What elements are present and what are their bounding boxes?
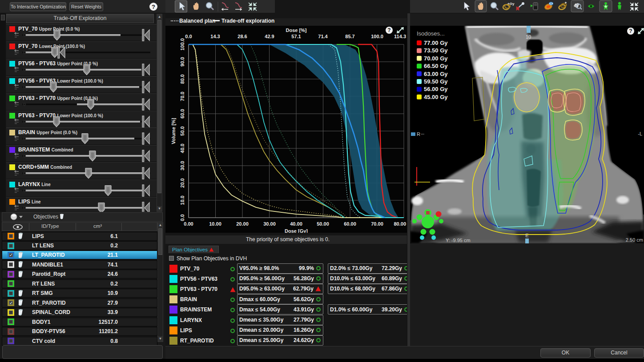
svg-text:77.00 Gy: 77.00 Gy xyxy=(424,40,448,46)
svg-text:Volume [%]: Volume [%] xyxy=(171,118,176,144)
svg-text:56.00 Gy: 56.00 Gy xyxy=(424,86,448,92)
svg-text:90.0: 90.0 xyxy=(180,57,185,66)
svg-text:30.00: 30.00 xyxy=(263,221,276,227)
svg-text:30.0: 30.0 xyxy=(180,161,185,170)
svg-text:60.0: 60.0 xyxy=(180,109,185,118)
svg-text:14.3: 14.3 xyxy=(210,34,220,39)
svg-text:85.7: 85.7 xyxy=(345,34,354,39)
svg-text:?: ? xyxy=(152,4,155,10)
svg-text:Objectives: Objectives xyxy=(33,214,58,220)
svg-text:70.0: 70.0 xyxy=(180,91,185,101)
svg-text:73.50 Gy: 73.50 Gy xyxy=(424,47,448,54)
svg-text:E: E xyxy=(525,233,528,238)
svg-text:?: ? xyxy=(387,27,390,33)
svg-text:40.00: 40.00 xyxy=(290,221,302,227)
svg-text:57.1: 57.1 xyxy=(291,34,301,39)
svg-text:60.00: 60.00 xyxy=(344,221,356,227)
svg-text:71.4: 71.4 xyxy=(318,34,328,39)
svg-text:Isodoses...: Isodoses... xyxy=(417,30,445,37)
svg-text:-L: -L xyxy=(638,131,642,136)
svg-text:10: 10 xyxy=(526,34,531,40)
svg-text:45.00 Gy: 45.00 Gy xyxy=(424,94,448,100)
svg-text:114.3: 114.3 xyxy=(394,34,406,39)
svg-text:50.0: 50.0 xyxy=(180,126,185,135)
svg-text:66.50 Gy: 66.50 Gy xyxy=(424,63,448,69)
svg-text:R: R xyxy=(417,131,420,137)
svg-text:Dose [%]: Dose [%] xyxy=(286,28,306,33)
svg-text:59.50 Gy: 59.50 Gy xyxy=(424,78,448,85)
svg-text:63.00 Gy: 63.00 Gy xyxy=(424,71,448,77)
svg-text:40.0: 40.0 xyxy=(180,143,185,153)
svg-text:Y: -9.95 cm: Y: -9.95 cm xyxy=(446,238,471,243)
svg-text:80.00: 80.00 xyxy=(394,221,406,227)
svg-text:50.00: 50.00 xyxy=(317,221,329,227)
svg-text:2.50 cm: 2.50 cm xyxy=(626,237,643,243)
svg-text:42.9: 42.9 xyxy=(265,34,274,39)
svg-text:0.0: 0.0 xyxy=(180,214,185,221)
svg-text:?: ? xyxy=(629,28,632,34)
svg-text:10.0: 10.0 xyxy=(180,195,185,205)
svg-text:0.0: 0.0 xyxy=(185,34,192,39)
svg-text:0.00: 0.00 xyxy=(184,221,193,227)
svg-text:+Gy: +Gy xyxy=(507,2,515,6)
svg-text:Dose [Gy]: Dose [Gy] xyxy=(285,228,308,233)
svg-text:20.0: 20.0 xyxy=(180,178,185,187)
svg-text:100.0: 100.0 xyxy=(180,38,185,51)
svg-text:70.00 Gy: 70.00 Gy xyxy=(424,55,448,62)
svg-text:10.00: 10.00 xyxy=(209,221,221,227)
svg-text:28.6: 28.6 xyxy=(237,34,247,39)
svg-text:100.0: 100.0 xyxy=(371,34,383,39)
svg-text:80.0: 80.0 xyxy=(180,74,185,84)
svg-text:70.00: 70.00 xyxy=(371,221,383,227)
svg-text:20.00: 20.00 xyxy=(236,221,249,227)
